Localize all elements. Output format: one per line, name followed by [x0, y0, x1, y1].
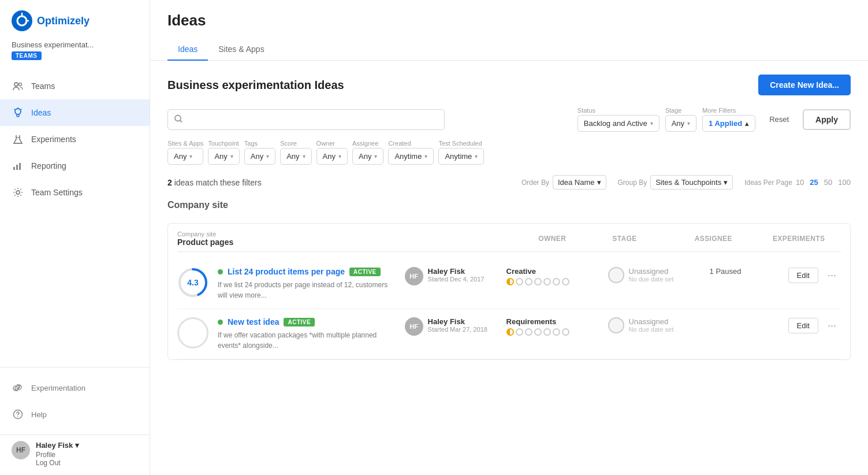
star-5	[543, 278, 551, 285]
star-2	[516, 328, 523, 336]
svg-point-14	[16, 191, 20, 194]
score-filter: Score Any ▾	[280, 140, 311, 165]
assignee-filter: Assignee Any ▾	[352, 140, 383, 165]
sidebar-item-label: Experiments	[31, 135, 76, 144]
assignee-date: No due date set	[629, 276, 674, 283]
owner-filter: Owner Any ▾	[316, 140, 348, 165]
test-scheduled-filter-button[interactable]: Anytime ▾	[438, 148, 484, 165]
sidebar-item-label: Ideas	[31, 108, 51, 117]
tab-sites-apps[interactable]: Sites & Apps	[208, 39, 274, 61]
user-name[interactable]: Haley Fisk ▾	[36, 441, 79, 450]
main-header: Ideas Ideas Sites & Apps	[150, 0, 868, 61]
sidebar-item-label: Team Settings	[31, 188, 83, 197]
results-count: 2 ideas match these filters	[167, 178, 262, 187]
order-by-label: Order By	[521, 179, 549, 187]
more-filters-button[interactable]: 1 Applied ▴	[702, 115, 755, 132]
owner-filter-button[interactable]: Any ▾	[316, 148, 348, 165]
assignee-filter-button[interactable]: Any ▾	[352, 148, 383, 165]
touchpoint-name: Product pages	[177, 238, 233, 247]
edit-button[interactable]: Edit	[788, 318, 818, 333]
optimizely-logo-icon	[12, 10, 32, 31]
sidebar-item-help[interactable]: Help	[0, 401, 150, 428]
sites-apps-filter-button[interactable]: Any ▾	[167, 148, 203, 165]
sidebar-item-experimentation[interactable]: Experimentation	[0, 374, 150, 401]
created-filter-button[interactable]: Anytime ▾	[388, 148, 434, 165]
touchpoint-label: Touchpoint	[208, 140, 239, 147]
chevron-down-icon: ▾	[724, 178, 728, 187]
search-input[interactable]	[167, 109, 445, 130]
per-page-25[interactable]: 25	[810, 178, 818, 187]
more-options-button[interactable]: ···	[823, 267, 841, 283]
sidebar-item-experiments[interactable]: Experiments	[0, 126, 150, 153]
star-3	[525, 328, 532, 336]
logo[interactable]: Optimizely	[0, 0, 150, 38]
score-filter-button[interactable]: Any ▾	[280, 148, 311, 165]
owner-date: Started Dec 4, 2017	[428, 276, 485, 283]
idea-owner: HF Haley Fisk Started Mar 27, 2018	[405, 317, 497, 336]
idea-title-link[interactable]: New test idea	[228, 317, 279, 326]
chevron-down-icon: ▾	[374, 153, 377, 159]
stars-rating	[506, 328, 599, 336]
tab-ideas[interactable]: Ideas	[167, 39, 208, 61]
created-filter: Created Anytime ▾	[388, 140, 434, 165]
sidebar-item-ideas[interactable]: Ideas	[0, 99, 150, 126]
per-page-100[interactable]: 100	[838, 178, 851, 187]
main-nav: Teams Ideas Exper	[0, 68, 150, 367]
order-by-select[interactable]: Idea Name ▾	[553, 175, 606, 190]
group-by-label: Group By	[618, 179, 647, 187]
per-page-50[interactable]: 50	[824, 178, 832, 187]
chevron-down-icon: ▾	[338, 153, 341, 159]
per-page-label: Ideas Per Page	[744, 179, 792, 187]
assignee-avatar	[608, 317, 624, 333]
search-icon	[174, 114, 183, 125]
status-filter-button[interactable]: Backlog and Active ▾	[578, 115, 660, 132]
profile-link[interactable]: Profile	[36, 451, 79, 459]
sidebar-item-teams[interactable]: Teams	[0, 73, 150, 99]
tags-filter: Tags Any ▾	[244, 140, 275, 165]
owner-avatar: HF	[405, 267, 423, 285]
star-4	[534, 278, 542, 285]
status-active-dot	[218, 320, 223, 325]
sidebar-item-reporting[interactable]: Reporting	[0, 153, 150, 179]
col-experiments: Experiments	[773, 235, 825, 243]
apply-button[interactable]: Apply	[803, 109, 851, 130]
svg-rect-11	[13, 167, 15, 170]
logout-link[interactable]: Log Out	[36, 459, 79, 467]
stage-filter: Stage Any ▾	[665, 107, 696, 132]
tags-filter-button[interactable]: Any ▾	[244, 148, 275, 165]
tab-bar: Ideas Sites & Apps	[167, 39, 851, 60]
touchpoint-filter-button[interactable]: Any ▾	[208, 148, 239, 165]
idea-row: New test idea ACTIVE If we offer vacatio…	[177, 309, 841, 359]
create-idea-button[interactable]: Create New Idea...	[758, 75, 851, 95]
search-box	[167, 109, 445, 130]
idea-title-link[interactable]: List 24 product items per page	[228, 267, 345, 276]
group-by-group: Group By Sites & Touchpoints ▾	[618, 175, 733, 190]
ideas-group: Company site Company site Product pages …	[167, 200, 851, 360]
experiments-icon	[12, 133, 24, 146]
svg-point-4	[14, 83, 18, 86]
star-1	[506, 328, 514, 336]
test-scheduled-filter: Test Scheduled Anytime ▾	[438, 140, 484, 165]
assignee-name: Unassigned	[629, 317, 674, 326]
group-by-select[interactable]: Sites & Touchpoints ▾	[650, 175, 733, 190]
chevron-down-icon: ▾	[650, 120, 653, 127]
link-icon	[12, 381, 24, 394]
bottom-nav: Experimentation Help	[0, 367, 150, 435]
main-content: Ideas Ideas Sites & Apps Business experi…	[150, 0, 868, 475]
edit-button[interactable]: Edit	[788, 268, 818, 283]
per-page-group: Ideas Per Page 10 25 50 100	[744, 178, 851, 187]
reset-button[interactable]: Reset	[761, 112, 797, 127]
results-bar: 2 ideas match these filters Order By Ide…	[167, 175, 851, 190]
teams-icon	[12, 80, 24, 92]
sites-apps-filter: Sites & Apps Any ▾	[167, 140, 203, 165]
group-name: Company site	[167, 200, 851, 215]
touchpoint-sub-label: Company site	[177, 231, 233, 238]
idea-score: 4.3	[177, 267, 208, 298]
per-page-10[interactable]: 10	[796, 178, 804, 187]
stage-filter-button[interactable]: Any ▾	[665, 115, 696, 132]
star-5	[543, 328, 551, 336]
chevron-down-icon: ▾	[424, 153, 427, 159]
sidebar-item-team-settings[interactable]: Team Settings	[0, 179, 150, 206]
more-options-button[interactable]: ···	[823, 317, 841, 333]
idea-assignee: Unassigned No due date set	[608, 267, 701, 283]
